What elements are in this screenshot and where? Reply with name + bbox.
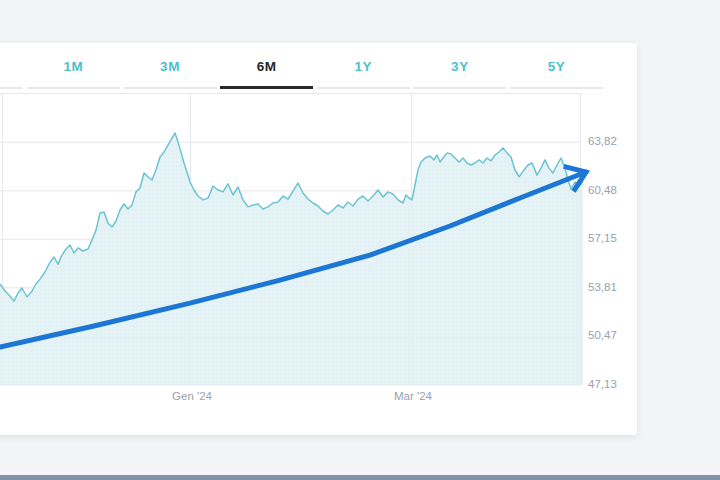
- y-axis-tick-label: 47,13: [588, 378, 617, 390]
- app-screen: 1M3M6M1Y3Y5Y 63,8260,4857,1553,8150,4747…: [0, 0, 720, 480]
- y-axis-tick-label: 50,47: [588, 329, 617, 341]
- tab-underline: [220, 86, 313, 89]
- tab-underline-partial: [0, 87, 22, 89]
- tab-underline: [413, 87, 506, 89]
- tab-label: 6M: [257, 59, 277, 74]
- tab-label: 3Y: [451, 59, 469, 74]
- y-axis-tick-label: 53,81: [588, 281, 617, 293]
- x-axis-tick-label: Gen '24: [172, 390, 212, 402]
- tab-underline: [124, 87, 217, 89]
- price-area-chart[interactable]: [0, 93, 600, 385]
- tab-range-3y[interactable]: 3Y: [411, 56, 508, 90]
- y-axis-tick-label: 63,82: [588, 135, 617, 147]
- tab-label: 5Y: [548, 59, 566, 74]
- tab-label: 1Y: [354, 59, 372, 74]
- bottom-accent-bar: [0, 475, 720, 480]
- tab-range-1y[interactable]: 1Y: [315, 56, 412, 90]
- y-axis-tick-label: 57,15: [588, 232, 617, 244]
- tab-label: 3M: [160, 59, 180, 74]
- tab-underline: [317, 87, 410, 89]
- page-background-strip: [0, 0, 720, 43]
- tab-label: 1M: [64, 59, 84, 74]
- price-area-fill: [0, 133, 583, 385]
- tab-range-6m[interactable]: 6M: [218, 56, 315, 90]
- tab-underline: [27, 87, 120, 89]
- tab-range-1m[interactable]: 1M: [25, 56, 122, 90]
- tab-range-5y[interactable]: 5Y: [508, 56, 605, 90]
- x-axis-tick-label: Mar '24: [394, 390, 432, 402]
- tab-underline: [510, 87, 603, 89]
- tab-range-3m[interactable]: 3M: [122, 56, 219, 90]
- y-axis-tick-label: 60,48: [588, 184, 617, 196]
